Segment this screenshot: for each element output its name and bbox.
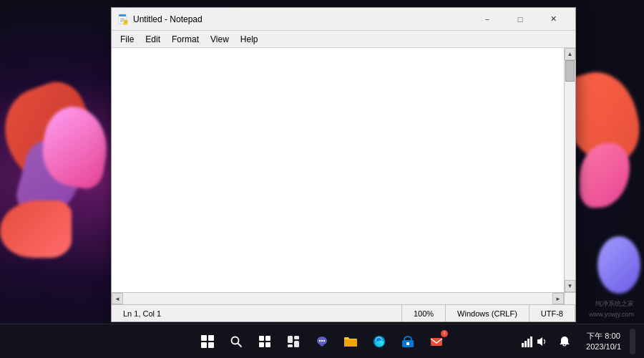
text-editor[interactable] xyxy=(112,48,564,292)
svg-rect-12 xyxy=(259,342,264,347)
svg-rect-24 xyxy=(431,338,442,346)
svg-rect-23 xyxy=(406,342,409,345)
file-explorer-button[interactable] xyxy=(338,329,364,354)
svg-point-19 xyxy=(319,339,321,341)
watermark-line1: 纯净系统之家 xyxy=(589,299,634,309)
menu-format[interactable]: Format xyxy=(166,33,205,46)
status-position: Ln 1, Col 1 xyxy=(112,305,402,321)
svg-point-21 xyxy=(323,339,325,341)
scroll-track-vertical[interactable] xyxy=(565,60,575,280)
network-icon xyxy=(522,336,533,347)
svg-rect-14 xyxy=(288,336,293,343)
clock[interactable]: 下午 8:00 2023/10/1 xyxy=(582,329,625,354)
wallpaper-blob-6 xyxy=(580,143,630,208)
title-bar: Untitled - Notepad − □ ✕ xyxy=(112,8,575,31)
minimize-button[interactable]: − xyxy=(471,8,504,31)
svg-rect-25 xyxy=(522,343,524,347)
watermark-line2: www.yowjy.com xyxy=(589,309,634,319)
sound-icon xyxy=(536,336,547,347)
svg-rect-1 xyxy=(119,14,126,16)
scroll-corner xyxy=(564,293,575,304)
status-line-ending: Windows (CRLF) xyxy=(446,305,530,321)
watermark: 纯净系统之家 www.yowjy.com xyxy=(589,299,634,319)
taskbar-center xyxy=(195,329,449,354)
editor-container: ▲ ▼ xyxy=(112,48,575,292)
svg-rect-27 xyxy=(527,339,530,347)
taskbar-right: 下午 8:00 2023/10/1 xyxy=(522,329,644,354)
svg-rect-16 xyxy=(288,344,293,347)
taskbar: 下午 8:00 2023/10/1 xyxy=(0,324,644,358)
svg-line-9 xyxy=(238,343,242,347)
menu-help[interactable]: Help xyxy=(235,33,264,46)
svg-point-20 xyxy=(321,339,323,341)
status-encoding: UTF-8 xyxy=(530,305,575,321)
store-button[interactable] xyxy=(395,329,421,354)
menu-edit[interactable]: Edit xyxy=(140,33,166,46)
clock-date: 2023/10/1 xyxy=(586,342,621,352)
svg-rect-15 xyxy=(294,336,299,339)
window-controls: − □ ✕ xyxy=(471,8,570,31)
svg-rect-26 xyxy=(525,341,527,347)
scroll-up-button[interactable]: ▲ xyxy=(565,48,575,60)
notification-icon xyxy=(559,336,570,347)
scroll-thumb-vertical[interactable] xyxy=(565,60,575,82)
chat-button[interactable] xyxy=(309,329,335,354)
status-zoom: 100% xyxy=(402,305,446,321)
clock-time: 下午 8:00 xyxy=(587,331,620,341)
start-button[interactable] xyxy=(195,329,220,354)
horizontal-scrollbar[interactable]: ◄ ► xyxy=(112,293,564,304)
scroll-left-button[interactable]: ◄ xyxy=(112,293,123,304)
svg-rect-28 xyxy=(530,337,532,347)
close-button[interactable]: ✕ xyxy=(537,8,570,31)
svg-rect-11 xyxy=(265,336,270,341)
maximize-button[interactable]: □ xyxy=(504,8,537,31)
edge-button[interactable] xyxy=(366,329,392,354)
scroll-right-button[interactable]: ► xyxy=(552,293,564,304)
horizontal-scrollbar-container: ◄ ► xyxy=(112,292,575,304)
svg-rect-5 xyxy=(124,20,127,24)
window-title: Untitled - Notepad xyxy=(133,14,471,24)
scroll-down-button[interactable]: ▼ xyxy=(565,280,575,292)
app-icon xyxy=(117,14,129,25)
system-tray-icons[interactable] xyxy=(522,329,547,354)
svg-rect-17 xyxy=(294,341,299,347)
menu-bar: File Edit Format View Help xyxy=(112,31,575,48)
svg-rect-10 xyxy=(259,336,264,341)
vertical-scrollbar[interactable]: ▲ ▼ xyxy=(564,48,575,292)
start-icon xyxy=(201,335,214,348)
menu-file[interactable]: File xyxy=(114,33,140,46)
svg-rect-13 xyxy=(265,342,270,347)
task-view-button[interactable] xyxy=(252,329,278,354)
show-desktop-button[interactable] xyxy=(630,329,635,354)
status-bar: Ln 1, Col 1 100% Windows (CRLF) UTF-8 xyxy=(112,304,575,321)
notepad-window: Untitled - Notepad − □ ✕ File Edit Forma… xyxy=(111,7,576,322)
notification-button[interactable] xyxy=(552,329,577,354)
wallpaper-blob-7 xyxy=(597,236,640,294)
mail-button[interactable] xyxy=(424,329,449,354)
search-button[interactable] xyxy=(223,329,249,354)
widgets-button[interactable] xyxy=(280,329,306,354)
menu-view[interactable]: View xyxy=(205,33,235,46)
wallpaper-blob-3 xyxy=(0,200,72,258)
